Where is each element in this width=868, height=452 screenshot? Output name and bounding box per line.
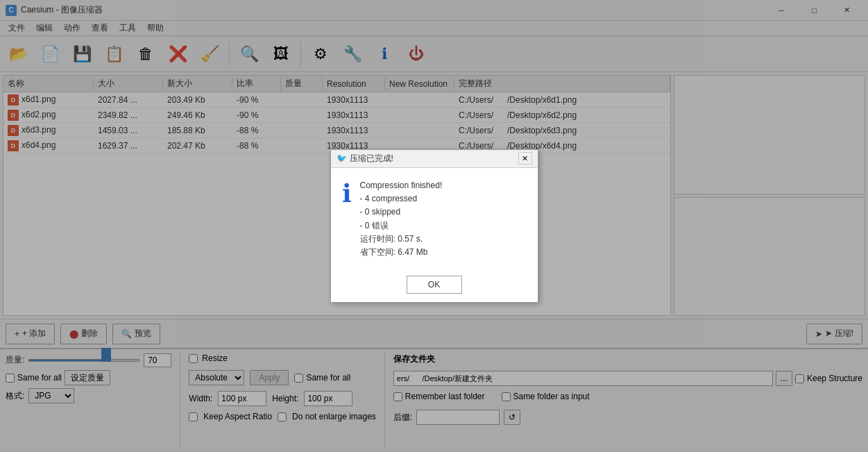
dialog-overlay: 🐦 压缩已完成! ✕ ℹ Compression finished! - 4 c… [0,0,868,452]
completion-dialog: 🐦 压缩已完成! ✕ ℹ Compression finished! - 4 c… [330,149,538,303]
dialog-footer: OK [331,270,538,302]
dialog-line3: - 0 skipped [360,206,443,219]
dialog-close-button[interactable]: ✕ [518,152,532,165]
dialog-line4: - 0 错误 [360,219,443,233]
dialog-line1: Compression finished! [360,179,443,192]
dialog-title-text: 压缩已完成! [350,153,393,165]
dialog-text: Compression finished! - 4 compressed - 0… [360,179,443,259]
dialog-title: 🐦 压缩已完成! [337,153,393,165]
dialog-info-icon: ℹ [342,179,352,259]
ok-button[interactable]: OK [407,276,462,294]
dialog-line6: 省下空间: 6.47 Mb [360,246,443,259]
dialog-line2: - 4 compressed [360,192,443,206]
dialog-line5: 运行时间: 0.57 s. [360,233,443,246]
dialog-icon: 🐦 [337,153,347,163]
dialog-content: ℹ Compression finished! - 4 compressed -… [331,168,538,270]
dialog-titlebar: 🐦 压缩已完成! ✕ [331,150,538,168]
